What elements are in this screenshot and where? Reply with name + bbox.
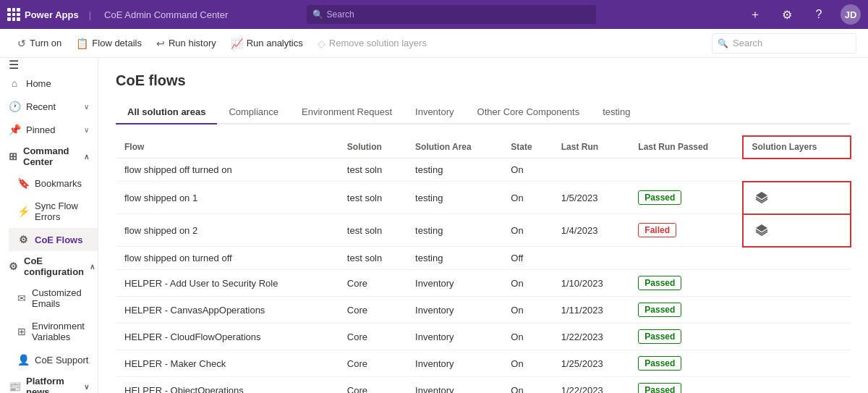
table-row[interactable]: HELPER - CloudFlowOperationsCoreInventor… [116, 324, 851, 350]
pivot-tab-2[interactable]: Environment Request [290, 101, 404, 124]
pin-icon: 📌 [9, 124, 20, 135]
cell-r2-c1: test soln [339, 214, 407, 247]
avatar[interactable]: JD [841, 4, 861, 25]
sidebar-item-recent[interactable]: 🕐 Recent ∨ [0, 95, 98, 118]
cell-r6-c6 [743, 324, 851, 350]
pivot-tab-0[interactable]: All solution areas [116, 101, 217, 124]
cell-r2-c3: On [502, 214, 552, 247]
cell-r6-c1: Core [339, 324, 407, 350]
status-badge: Passed [638, 383, 681, 393]
cell-r8-c3: On [502, 377, 552, 394]
cell-r8-c6 [743, 377, 851, 394]
sidebar-item-sync-flow-errors[interactable]: ⚡ Sync Flow Errors [9, 195, 98, 228]
add-button[interactable]: ＋ [745, 4, 765, 25]
sidebar-section-command-center[interactable]: ⊞ Command Center ∧ [0, 141, 98, 172]
run-analytics-button[interactable]: 📈 Run analytics [225, 35, 309, 52]
pivot-tab-1[interactable]: Compliance [217, 101, 290, 124]
col-header-5: Last Run Passed [629, 136, 743, 159]
table-row[interactable]: flow shipped on turned offtest solntesti… [116, 247, 851, 270]
app-name: Power Apps [25, 9, 79, 20]
global-search-input[interactable] [307, 5, 596, 24]
remove-solution-layers-button[interactable]: ◇ Remove solution layers [312, 35, 433, 52]
cell-r0-c3: On [502, 159, 552, 182]
cell-r1-c1: test soln [339, 182, 407, 214]
table-search-input[interactable] [712, 33, 856, 54]
platform-news-chevron-icon: ∨ [84, 383, 89, 391]
status-badge: Passed [638, 276, 681, 290]
sync-flow-errors-icon: ⚡ [17, 206, 29, 217]
table-row[interactable]: HELPER - Add User to Security RoleCoreIn… [116, 270, 851, 297]
page-title: CoE flows [116, 72, 851, 89]
cell-r0-c2: testing [407, 159, 502, 182]
cell-r8-c2: Inventory [407, 377, 502, 394]
cell-r1-c3: On [502, 182, 552, 214]
table-row[interactable]: flow shipped on 2test solntestingOn1/4/2… [116, 214, 851, 247]
sidebar-section-coe-configuration[interactable]: ⚙ CoE configuration ∧ [0, 251, 98, 282]
sidebar-item-customized-emails[interactable]: ✉ Customized Emails [9, 282, 98, 315]
pivot-tab-5[interactable]: testing [591, 101, 642, 124]
cell-r2-c2: testing [407, 214, 502, 247]
hamburger-button[interactable]: ☰ [0, 58, 98, 72]
table-row[interactable]: HELPER - Maker CheckCoreInventoryOn1/25/… [116, 350, 851, 377]
flow-details-button[interactable]: 📋 Flow details [70, 35, 148, 52]
sidebar-item-environment-variables[interactable]: ⊞ Environment Variables [9, 315, 98, 348]
table-search: 🔍 [712, 33, 856, 54]
col-header-1: Solution [339, 136, 407, 159]
remove-solution-layers-label: Remove solution layers [329, 38, 427, 48]
sidebar-item-coe-flows[interactable]: ⚙ CoE Flows [9, 228, 98, 251]
table-header: FlowSolutionSolution AreaStateLast RunLa… [116, 136, 851, 159]
app-title: CoE Admin Command Center [104, 9, 228, 20]
recent-chevron-icon: ∨ [84, 103, 89, 111]
command-center-chevron-icon: ∧ [84, 153, 89, 161]
col-header-4: Last Run [553, 136, 630, 159]
topbar-separator: | [89, 9, 91, 20]
cell-r4-c3: On [502, 270, 552, 297]
cell-r0-c1: test soln [339, 159, 407, 182]
cell-r7-c1: Core [339, 350, 407, 377]
cell-r4-c6 [743, 270, 851, 297]
customized-emails-icon: ✉ [17, 292, 26, 304]
app-logo[interactable]: Power Apps [7, 8, 79, 21]
settings-icon[interactable]: ⚙ [777, 4, 797, 25]
table-body: flow shipped off turned ontest solntesti… [116, 159, 851, 394]
main-content: CoE flows All solution areasComplianceEn… [98, 58, 868, 393]
pivot-tab-3[interactable]: Inventory [404, 101, 465, 124]
table-row[interactable]: flow shipped on 1test solntestingOn1/5/2… [116, 182, 851, 214]
cell-r7-c4: 1/25/2023 [553, 350, 630, 377]
sidebar-sub-bookmarks: 🔖 Bookmarks ⚡ Sync Flow Errors ⚙ CoE Flo… [0, 172, 98, 251]
sidebar-pinned-label: Pinned [26, 124, 55, 135]
table-row[interactable]: HELPER - ObjectOperationsCoreInventoryOn… [116, 377, 851, 394]
pivot-tab-4[interactable]: Other Core Components [466, 101, 592, 124]
sidebar-coe-configuration-label: CoE configuration [24, 255, 84, 277]
status-badge: Passed [638, 303, 681, 317]
pinned-chevron-icon: ∨ [84, 126, 89, 134]
cell-r0-c4 [553, 159, 630, 182]
table-row[interactable]: flow shipped off turned ontest solntesti… [116, 159, 851, 182]
table-row[interactable]: HELPER - CanvasAppOperationsCoreInventor… [116, 297, 851, 324]
cell-r4-c4: 1/10/2023 [553, 270, 630, 297]
flow-table: FlowSolutionSolution AreaStateLast RunLa… [116, 136, 851, 393]
environment-variables-icon: ⊞ [17, 326, 26, 337]
run-history-button[interactable]: ↩ Run history [150, 35, 222, 52]
run-analytics-label: Run analytics [247, 38, 303, 48]
flow-details-icon: 📋 [76, 38, 88, 49]
coe-flows-icon: ⚙ [17, 234, 29, 245]
cell-r6-c2: Inventory [407, 324, 502, 350]
sidebar-item-pinned[interactable]: 📌 Pinned ∨ [0, 118, 98, 141]
sidebar-item-bookmarks[interactable]: 🔖 Bookmarks [9, 172, 98, 195]
sidebar-item-home[interactable]: ⌂ Home [0, 72, 98, 95]
sidebar-section-platform-news[interactable]: 📰 Platform news ∨ [0, 371, 98, 393]
global-search: 🔍 [307, 5, 596, 24]
cell-r8-c4: 1/22/2023 [553, 377, 630, 394]
cell-r4-c2: Inventory [407, 270, 502, 297]
sidebar-item-coe-support[interactable]: 👤 CoE Support [9, 348, 98, 371]
cell-r5-c5: Passed [629, 297, 743, 324]
turn-on-button[interactable]: ↺ Turn on [12, 35, 67, 52]
cell-r6-c0: HELPER - CloudFlowOperations [116, 324, 339, 350]
sidebar-platform-news-label: Platform news [26, 376, 78, 393]
cell-r1-c4: 1/5/2023 [553, 182, 630, 214]
run-analytics-icon: 📈 [231, 38, 243, 49]
commandbar: ↺ Turn on 📋 Flow details ↩ Run history 📈… [0, 29, 868, 58]
help-icon[interactable]: ? [809, 4, 829, 25]
cell-r4-c0: HELPER - Add User to Security Role [116, 270, 339, 297]
